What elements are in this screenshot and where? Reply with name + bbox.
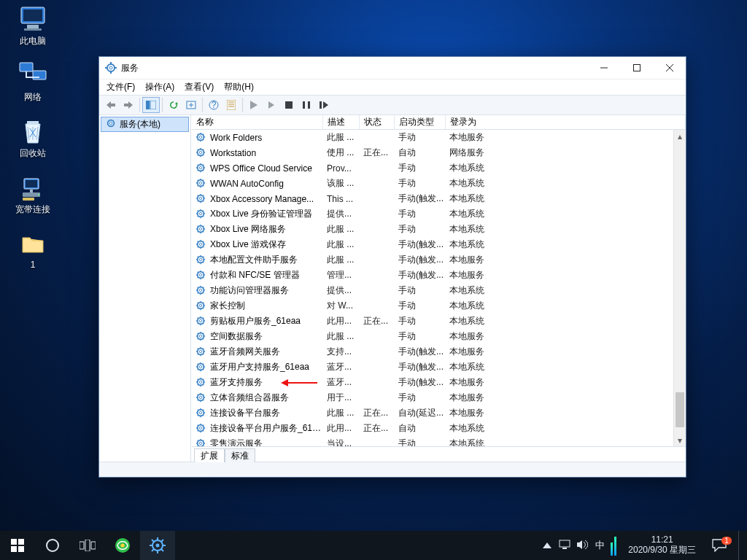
- cell-name: Xbox Live 身份验证管理器: [210, 208, 327, 220]
- minimize-button[interactable]: [587, 57, 620, 79]
- service-row[interactable]: Work Folders此服 ...手动本地服务: [192, 130, 686, 145]
- service-row[interactable]: 零售演示服务当设...手动本地系统: [192, 436, 686, 446]
- svg-line-207: [203, 378, 204, 379]
- service-row[interactable]: Xbox Live 游戏保存此服 ...手动(触发...本地系统: [192, 237, 686, 252]
- svg-line-246: [203, 446, 204, 446]
- toolbar-refresh-button[interactable]: [165, 97, 182, 113]
- toolbar-show-hide-tree-button[interactable]: [142, 97, 160, 113]
- menu-view[interactable]: 查看(V): [185, 81, 214, 93]
- scroll-down-button[interactable]: ▾: [674, 434, 686, 446]
- vertical-scrollbar[interactable]: ▴ ▾: [673, 130, 686, 446]
- toolbar-back-button[interactable]: [102, 97, 120, 113]
- menu-file[interactable]: 文件(F): [107, 81, 135, 93]
- col-header-desc[interactable]: 描述: [323, 115, 360, 129]
- tray-overflow-button[interactable]: [541, 540, 554, 551]
- cell-startup: 自动(延迟...: [398, 407, 449, 419]
- service-row[interactable]: Workstation使用 ...正在...自动网络服务: [192, 145, 686, 160]
- service-row[interactable]: 立体音频组合器服务用于...手动本地服务: [192, 390, 686, 405]
- service-row[interactable]: 剪贴板用户服务_61eaa此用...正在...手动本地系统: [192, 314, 686, 329]
- titlebar[interactable]: 服务: [99, 57, 686, 79]
- service-row[interactable]: 连接设备平台服务此服 ...正在...自动(延迟...本地服务: [192, 405, 686, 421]
- desktop-icon-this-pc[interactable]: 此电脑: [6, 4, 60, 47]
- svg-line-165: [198, 317, 198, 318]
- toolbar-help-button[interactable]: ?: [205, 97, 222, 113]
- services-window: 服务 文件(F) 操作(A) 查看(V) 帮助(H) ?: [98, 56, 686, 478]
- col-header-startup[interactable]: 启动类型: [395, 115, 446, 129]
- svg-line-65: [198, 164, 198, 165]
- scroll-up-button[interactable]: ▴: [674, 130, 686, 142]
- desktop-icon-recycle-bin[interactable]: 回收站: [6, 117, 60, 160]
- action-center-button[interactable]: 1: [705, 539, 734, 552]
- cell-startup: 手动: [398, 392, 449, 404]
- svg-rect-32: [285, 101, 293, 109]
- col-header-name[interactable]: 名称: [192, 115, 323, 129]
- scroll-thumb[interactable]: [676, 392, 684, 427]
- cell-desc: 此用...: [327, 422, 363, 435]
- toolbar-start-small-button[interactable]: [263, 97, 280, 113]
- task-view-button[interactable]: [70, 531, 105, 560]
- cell-logon: 本地系统: [449, 422, 515, 435]
- service-row[interactable]: WPS Office Cloud ServiceProv...手动本地系统: [192, 160, 686, 176]
- svg-rect-1: [23, 9, 42, 21]
- cell-startup: 手动: [398, 284, 449, 297]
- tray-network-icon[interactable]: [558, 540, 571, 552]
- service-row[interactable]: 功能访问管理器服务提供...手动本地系统: [192, 283, 686, 298]
- service-row[interactable]: 家长控制对 W...手动本地系统: [192, 298, 686, 314]
- service-row[interactable]: 付款和 NFC/SE 管理器管理...手动(触发...本地服务: [192, 268, 686, 283]
- toolbar-export-list-button[interactable]: [182, 97, 200, 113]
- desktop-icon-broadband[interactable]: 宽带连接: [6, 173, 60, 216]
- svg-line-157: [203, 302, 204, 303]
- service-row[interactable]: 蓝牙支持服务蓝牙...手动(触发...本地服务: [192, 375, 686, 390]
- cell-startup: 手动(触发...: [398, 269, 449, 281]
- col-header-logon[interactable]: 登录为: [446, 115, 686, 129]
- tray-clock[interactable]: 11:21 2020/9/30 星期三: [624, 535, 700, 556]
- service-row[interactable]: 蓝牙音频网关服务支持...手动(触发...本地服务: [192, 344, 686, 359]
- service-row[interactable]: Xbox Accessory Manage...This ...手动(触发...…: [192, 191, 686, 206]
- service-icon: [196, 239, 207, 251]
- nav-item-services-local[interactable]: 服务(本地): [101, 117, 189, 132]
- toolbar-pause-button[interactable]: [298, 97, 315, 113]
- toolbar-stop-button[interactable]: [280, 97, 298, 113]
- service-row[interactable]: Xbox Live 身份验证管理器提供...手动本地系统: [192, 206, 686, 222]
- service-row[interactable]: 空间数据服务此服 ...手动本地服务: [192, 329, 686, 344]
- service-row[interactable]: 蓝牙用户支持服务_61eaa蓝牙...手动(触发...本地系统: [192, 359, 686, 375]
- close-button[interactable]: [653, 57, 686, 79]
- svg-line-218: [198, 400, 198, 400]
- tab-standard[interactable]: 标准: [225, 448, 255, 462]
- service-row[interactable]: Xbox Live 网络服务此服 ...手动本地系统: [192, 222, 686, 237]
- detail-tabs: 扩展 标准: [192, 446, 686, 462]
- toolbar-start-button[interactable]: [245, 97, 263, 113]
- col-header-status[interactable]: 状态: [360, 115, 395, 129]
- start-button[interactable]: [0, 531, 35, 560]
- svg-point-253: [47, 540, 58, 551]
- menubar: 文件(F) 操作(A) 查看(V) 帮助(H): [99, 79, 686, 95]
- service-row[interactable]: 连接设备平台用户服务_61e...此用...正在...自动本地系统: [192, 421, 686, 436]
- toolbar-restart-button[interactable]: [315, 97, 333, 113]
- tab-extended[interactable]: 扩展: [194, 448, 225, 462]
- cell-desc: 此服 ...: [327, 131, 363, 144]
- desktop-icon-label: 回收站: [20, 147, 46, 160]
- svg-point-120: [199, 258, 202, 261]
- maximize-button[interactable]: [620, 57, 653, 79]
- tray-ime-indicator[interactable]: 中: [593, 539, 606, 552]
- svg-line-187: [203, 348, 204, 349]
- taskbar-app-ie[interactable]: [105, 531, 140, 560]
- taskbar-app-services-active[interactable]: [140, 531, 175, 560]
- cell-desc: 用于...: [327, 392, 363, 404]
- cortana-button[interactable]: [35, 531, 70, 560]
- svg-line-115: [198, 241, 198, 241]
- toolbar-separator: [162, 98, 163, 112]
- service-row[interactable]: 本地配置文件助手服务此服 ...手动(触发...本地服务: [192, 252, 686, 268]
- menu-action[interactable]: 操作(A): [145, 81, 174, 93]
- services-list[interactable]: Work Folders此服 ...手动本地服务Workstation使用 ..…: [192, 130, 686, 446]
- show-desktop-button[interactable]: [738, 531, 743, 560]
- cell-desc: 此服 ...: [327, 223, 363, 236]
- toolbar-forward-button[interactable]: [120, 97, 137, 113]
- toolbar-properties-button[interactable]: [222, 97, 240, 113]
- cell-logon: 本地系统: [449, 438, 515, 446]
- menu-help[interactable]: 帮助(H): [224, 81, 254, 93]
- service-row[interactable]: WWAN AutoConfig该服 ...手动本地系统: [192, 176, 686, 191]
- tray-volume-icon[interactable]: [576, 540, 589, 552]
- desktop-icon-folder-1[interactable]: 1: [6, 229, 60, 270]
- desktop-icon-network[interactable]: 网络: [6, 61, 60, 104]
